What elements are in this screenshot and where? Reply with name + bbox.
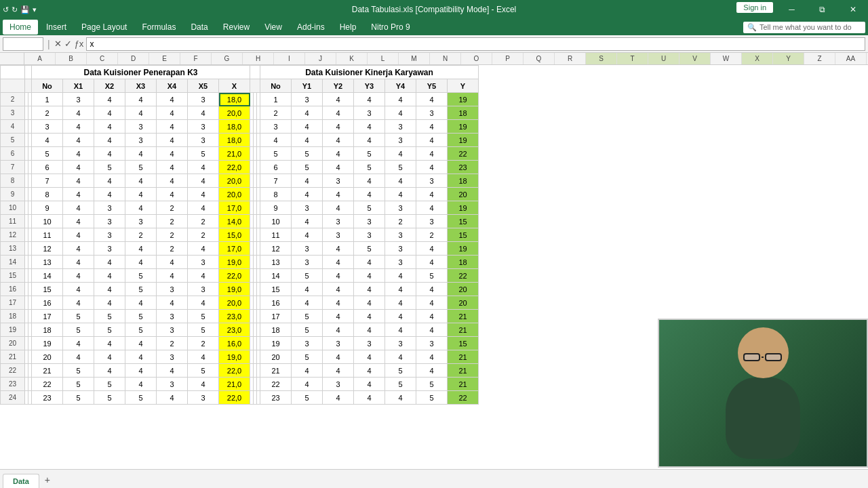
t2-cell-r19-c6[interactable]: 21 bbox=[448, 350, 479, 364]
col-header-AA[interactable]: AA bbox=[835, 53, 867, 64]
t2-cell-r7-c4[interactable]: 4 bbox=[385, 188, 416, 201]
t2-cell-r5-c0[interactable]: 6 bbox=[260, 161, 292, 174]
tab-nitro[interactable]: Nitro Pro 9 bbox=[364, 20, 416, 35]
t1-cell-r12-c0[interactable]: 13 bbox=[32, 256, 63, 269]
t1-cell-r9-c5[interactable]: 2 bbox=[188, 215, 219, 228]
t2-cell-r11-c6[interactable]: 19 bbox=[448, 242, 479, 256]
t1-cell-r16-c4[interactable]: 3 bbox=[157, 310, 188, 323]
t2-cell-r18-c5[interactable]: 3 bbox=[416, 337, 448, 350]
t1-cell-r21-c5[interactable]: 4 bbox=[188, 378, 219, 391]
t1-cell-r7-c3[interactable]: 4 bbox=[125, 188, 157, 201]
t2-cell-r10-c4[interactable]: 3 bbox=[385, 228, 416, 242]
t1-cell-r10-c5[interactable]: 2 bbox=[188, 228, 219, 242]
t2-cell-r9-c4[interactable]: 2 bbox=[385, 215, 416, 228]
t2-cell-r17-c2[interactable]: 4 bbox=[323, 323, 354, 337]
t1-cell-r12-c2[interactable]: 4 bbox=[94, 256, 125, 269]
t1-cell-r18-c2[interactable]: 4 bbox=[94, 337, 125, 350]
t2-cell-r19-c0[interactable]: 20 bbox=[260, 350, 292, 364]
t2-cell-r12-c2[interactable]: 4 bbox=[323, 256, 354, 269]
t1-cell-r6-c2[interactable]: 4 bbox=[94, 174, 125, 188]
t1-cell-r10-c3[interactable]: 2 bbox=[125, 228, 157, 242]
t1-cell-r5-c0[interactable]: 6 bbox=[32, 161, 63, 174]
t1-cell-r2-c5[interactable]: 3 bbox=[188, 120, 219, 134]
col-header-H[interactable]: H bbox=[243, 53, 274, 64]
t1-cell-r3-c3[interactable]: 3 bbox=[125, 134, 157, 147]
t1-cell-r11-c3[interactable]: 4 bbox=[125, 242, 157, 256]
t1-cell-r15-c6[interactable]: 20,0 bbox=[219, 296, 250, 310]
t1-cell-r4-c1[interactable]: 4 bbox=[63, 147, 94, 161]
t2-cell-r4-c0[interactable]: 5 bbox=[260, 147, 292, 161]
t2-cell-r15-c1[interactable]: 4 bbox=[292, 296, 323, 310]
t2-cell-r4-c5[interactable]: 4 bbox=[416, 147, 448, 161]
t2-cell-r6-c3[interactable]: 4 bbox=[354, 174, 385, 188]
close-button[interactable]: ✕ bbox=[837, 0, 868, 19]
t1-cell-r10-c2[interactable]: 3 bbox=[94, 228, 125, 242]
t2-cell-r2-c6[interactable]: 19 bbox=[448, 120, 479, 134]
t2-cell-r15-c0[interactable]: 16 bbox=[260, 296, 292, 310]
sign-in-button[interactable]: Sign in bbox=[736, 2, 773, 13]
t2-cell-r13-c0[interactable]: 14 bbox=[260, 269, 292, 283]
t1-cell-r22-c0[interactable]: 23 bbox=[32, 391, 63, 405]
t1-cell-r9-c2[interactable]: 3 bbox=[94, 215, 125, 228]
t2-cell-r22-c1[interactable]: 5 bbox=[292, 391, 323, 405]
col-header-R[interactable]: R bbox=[555, 53, 586, 64]
tab-home[interactable]: Home bbox=[3, 20, 38, 35]
t1-cell-r9-c4[interactable]: 2 bbox=[157, 215, 188, 228]
t2-cell-r11-c4[interactable]: 3 bbox=[385, 242, 416, 256]
t2-cell-r19-c3[interactable]: 4 bbox=[354, 350, 385, 364]
t2-cell-r6-c1[interactable]: 4 bbox=[292, 174, 323, 188]
t2-cell-r3-c0[interactable]: 4 bbox=[260, 134, 292, 147]
t1-cell-r20-c5[interactable]: 5 bbox=[188, 364, 219, 378]
t2-cell-r11-c2[interactable]: 4 bbox=[323, 242, 354, 256]
t2-cell-r21-c0[interactable]: 22 bbox=[260, 378, 292, 391]
t1-cell-r19-c6[interactable]: 19,0 bbox=[219, 350, 250, 364]
t1-cell-r11-c2[interactable]: 3 bbox=[94, 242, 125, 256]
t1-cell-r0-c0[interactable]: 1 bbox=[32, 93, 63, 106]
t1-cell-r8-c0[interactable]: 9 bbox=[32, 201, 63, 215]
t2-cell-r15-c6[interactable]: 20 bbox=[448, 296, 479, 310]
undo-icon[interactable]: ↺ bbox=[3, 5, 9, 14]
t2-cell-r2-c5[interactable]: 4 bbox=[416, 120, 448, 134]
t1-cell-r19-c0[interactable]: 20 bbox=[32, 350, 63, 364]
tab-formulas[interactable]: Formulas bbox=[135, 20, 182, 35]
t2-cell-r10-c5[interactable]: 2 bbox=[416, 228, 448, 242]
t1-cell-r11-c0[interactable]: 12 bbox=[32, 242, 63, 256]
t1-cell-r14-c0[interactable]: 15 bbox=[32, 283, 63, 296]
col-header-A[interactable]: A bbox=[24, 53, 56, 64]
redo-icon[interactable]: ↻ bbox=[12, 5, 18, 14]
t1-cell-r2-c1[interactable]: 4 bbox=[63, 120, 94, 134]
t1-cell-r5-c6[interactable]: 22,0 bbox=[219, 161, 250, 174]
t2-cell-r8-c4[interactable]: 3 bbox=[385, 201, 416, 215]
t2-cell-r17-c5[interactable]: 4 bbox=[416, 323, 448, 337]
t2-cell-r4-c2[interactable]: 4 bbox=[323, 147, 354, 161]
t1-cell-r6-c0[interactable]: 7 bbox=[32, 174, 63, 188]
t1-cell-r7-c6[interactable]: 20,0 bbox=[219, 188, 250, 201]
col-header-Q[interactable]: Q bbox=[524, 53, 555, 64]
t2-cell-r5-c6[interactable]: 23 bbox=[448, 161, 479, 174]
t2-cell-r14-c1[interactable]: 4 bbox=[292, 283, 323, 296]
t1-cell-r11-c5[interactable]: 4 bbox=[188, 242, 219, 256]
t1-cell-r22-c5[interactable]: 3 bbox=[188, 391, 219, 405]
t1-cell-r16-c0[interactable]: 17 bbox=[32, 310, 63, 323]
t2-cell-r6-c0[interactable]: 7 bbox=[260, 174, 292, 188]
t1-cell-r5-c3[interactable]: 5 bbox=[125, 161, 157, 174]
t2-cell-r0-c1[interactable]: 3 bbox=[292, 93, 323, 106]
t2-cell-r9-c2[interactable]: 3 bbox=[323, 215, 354, 228]
col-header-B[interactable]: B bbox=[56, 53, 87, 64]
t2-cell-r3-c2[interactable]: 4 bbox=[323, 134, 354, 147]
t1-cell-r0-c2[interactable]: 4 bbox=[94, 93, 125, 106]
col-header-I[interactable]: I bbox=[274, 53, 305, 64]
t1-cell-r7-c1[interactable]: 4 bbox=[63, 188, 94, 201]
t2-cell-r14-c4[interactable]: 4 bbox=[385, 283, 416, 296]
t1-cell-r21-c0[interactable]: 22 bbox=[32, 378, 63, 391]
t1-cell-r13-c6[interactable]: 22,0 bbox=[219, 269, 250, 283]
t2-cell-r10-c0[interactable]: 11 bbox=[260, 228, 292, 242]
t2-cell-r14-c6[interactable]: 20 bbox=[448, 283, 479, 296]
t1-cell-r18-c5[interactable]: 2 bbox=[188, 337, 219, 350]
t1-cell-r6-c1[interactable]: 4 bbox=[63, 174, 94, 188]
t1-cell-r4-c4[interactable]: 4 bbox=[157, 147, 188, 161]
t2-cell-r22-c4[interactable]: 4 bbox=[385, 391, 416, 405]
t1-cell-r16-c3[interactable]: 5 bbox=[125, 310, 157, 323]
t2-cell-r21-c5[interactable]: 5 bbox=[416, 378, 448, 391]
t1-cell-r15-c5[interactable]: 4 bbox=[188, 296, 219, 310]
